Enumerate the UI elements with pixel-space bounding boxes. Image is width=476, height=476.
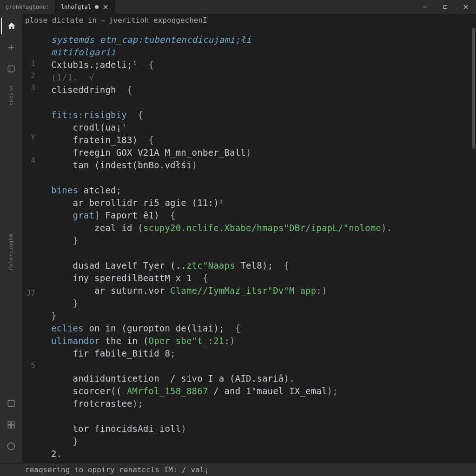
outline-icon[interactable] [1,395,21,412]
svg-point-7 [7,443,14,450]
panel-icon[interactable] [1,60,21,77]
plus-icon[interactable] [1,39,21,56]
home-icon[interactable] [1,18,21,34]
svg-rect-6 [11,425,14,428]
title-bar: gronkhsgtone: lnho[gtal [0,0,476,14]
side-label: Poloreioghm [8,234,14,270]
status-text: reaqsering io oppiry renatccls IM: / val… [25,465,209,474]
tab-label: lnho[gtal [61,4,91,10]
window-controls [415,0,476,14]
svg-rect-5 [8,425,11,428]
activity-bar: ebestn Poloreioghm [0,14,22,476]
minimize-button[interactable] [415,0,435,14]
editor: 123γ4J752. systemds etn_cap:tubentencdic… [22,27,476,463]
help-icon[interactable] [1,438,21,455]
breadcrumb-seg[interactable]: plose dictate in [25,16,97,25]
tab-label: gronkhsgtone: [6,4,49,10]
code-area[interactable]: systemds etn_cap:tubentencdicujami;łimit… [38,27,471,460]
close-button[interactable] [456,0,476,14]
svg-rect-1 [8,66,14,72]
tab-inactive[interactable]: gronkhsgtone: [0,0,55,14]
grid-icon[interactable] [1,416,21,433]
svg-rect-4 [11,422,14,424]
side-label: ebestn [8,86,14,106]
svg-rect-2 [8,400,14,406]
close-icon[interactable] [102,4,109,10]
line-gutter: 123γ4J752. [22,27,38,463]
breadcrumb: plose dictate in → jveritioh expoqgechen… [0,14,476,27]
tab-group: gronkhsgtone: lnho[gtal [0,0,115,14]
modified-dot-icon [95,5,99,9]
status-bar: reaqsering io oppiry renatccls IM: / val… [0,463,476,476]
svg-rect-0 [444,6,447,9]
scrollbar[interactable] [472,28,475,149]
tab-active[interactable]: lnho[gtal [55,0,115,14]
chevron-right-icon: → [100,16,105,25]
svg-rect-3 [8,422,11,424]
breadcrumb-seg[interactable]: jveritioh expoqgechenI [109,16,207,25]
maximize-button[interactable] [435,0,456,14]
